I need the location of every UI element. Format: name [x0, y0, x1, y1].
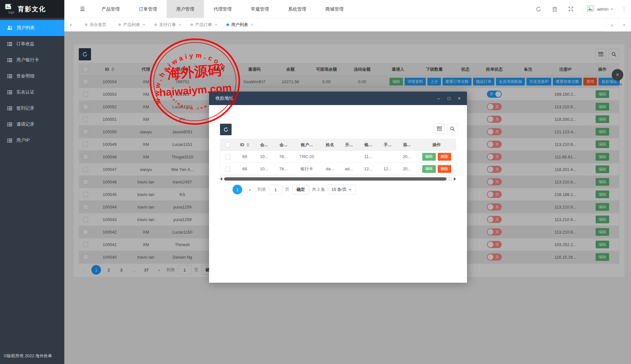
data-cell: ad...	[340, 163, 358, 175]
column-header: ID	[235, 139, 255, 150]
total-count-label: 共 2 条	[312, 187, 325, 192]
top-menu: 产品管理订单管理用户管理代理管理常规管理系统管理商城管理	[92, 0, 353, 18]
address-row: 6910...78...TRC-2011...20...编辑删除	[220, 151, 456, 163]
tab-dot-icon	[118, 23, 121, 26]
scroll-right-arrow-icon[interactable]	[454, 177, 456, 181]
tab-item[interactable]: 后台首页	[78, 18, 114, 31]
list-icon	[7, 122, 12, 127]
sort-asc-icon[interactable]	[246, 143, 250, 145]
tab-label: 产品列表	[123, 22, 140, 28]
data-cell: TRC-20	[293, 151, 320, 163]
sidebar-item-entry[interactable]: 签到记录	[0, 100, 64, 116]
list-icon	[7, 58, 12, 62]
column-header: 开...	[340, 139, 358, 150]
edit-button[interactable]: 编辑	[422, 153, 436, 161]
sidebar-item-entry[interactable]: 资金明细	[0, 68, 64, 84]
tab-scroll-right-icon[interactable]: ›	[605, 18, 618, 31]
row-checkbox-cell	[220, 163, 235, 175]
goto-label: 到第	[258, 187, 266, 192]
data-cell: 银行卡	[293, 163, 320, 175]
payment-address-modal: 收款地址 – □ × ID会...会...账户...姓名开...银...手...…	[209, 92, 467, 283]
column-header: 会...	[255, 139, 273, 150]
tab-close-icon[interactable]: ×	[143, 22, 145, 27]
sidebar-item-entry[interactable]: 实名认证	[0, 84, 64, 100]
confirm-page-button[interactable]: 确定	[292, 185, 309, 194]
delete-button[interactable]: 删除	[438, 165, 451, 173]
data-cell	[378, 151, 397, 163]
address-table-body: 6910...78...TRC-2011...20...编辑删除6810...7…	[220, 151, 456, 175]
tab-item[interactable]: 产品列表×	[114, 18, 150, 31]
per-page-value: 15 条/页	[331, 187, 347, 192]
top-menu-item[interactable]: 系统管理	[279, 0, 316, 18]
data-cell	[320, 151, 340, 163]
tab-active[interactable]: 用户列表×	[222, 18, 258, 31]
sidebar-item-entry[interactable]: 用户银行卡	[0, 52, 64, 68]
username-label: admin	[597, 7, 608, 12]
user-menu[interactable]: admin ▾	[583, 5, 613, 13]
scroll-left-arrow-icon[interactable]	[220, 177, 222, 181]
refresh-icon[interactable]	[535, 5, 542, 13]
top-menu-item[interactable]: 商城管理	[316, 0, 353, 18]
sidebar-item-entry[interactable]: 用户IP	[0, 132, 64, 148]
modal-search-icon[interactable]	[447, 123, 458, 134]
edit-button[interactable]: 编辑	[422, 165, 436, 173]
sidebar-item-users[interactable]: 用户列表	[0, 20, 64, 36]
sort-desc-icon[interactable]	[246, 145, 250, 147]
tab-menu-icon[interactable]: ›	[618, 18, 631, 31]
modal-header[interactable]: 收款地址 – □ ×	[209, 92, 467, 105]
tab-item[interactable]: 产品订单×	[186, 18, 222, 31]
trash-icon[interactable]	[551, 5, 558, 13]
tab-close-icon[interactable]: ×	[251, 22, 253, 27]
data-cell: 78...	[273, 163, 293, 175]
top-menu-item[interactable]: 常规管理	[241, 0, 279, 18]
navbar-right: admin ▾ ⋮	[535, 0, 626, 18]
tab-dot-icon	[154, 23, 157, 26]
modal-columns-icon[interactable]	[434, 123, 445, 134]
list-icon	[7, 106, 12, 111]
per-page-select[interactable]: 15 条/页▾	[328, 185, 356, 194]
list-icon	[7, 138, 12, 143]
page-number[interactable]: 1	[233, 185, 242, 194]
maximize-icon[interactable]: □	[446, 96, 452, 101]
top-menu-item[interactable]: 用户管理	[167, 0, 204, 18]
logo-area[interactable]: logo 育影文化	[0, 0, 64, 18]
modal-refresh-button[interactable]	[220, 124, 232, 135]
next-page-icon[interactable]: ›	[245, 185, 255, 194]
tab-scroll-left-icon[interactable]: ‹	[64, 18, 78, 31]
scrollbar-thumb[interactable]	[224, 177, 446, 181]
sidebar-item-label: 邀请记录	[16, 121, 34, 127]
column-header: 会...	[273, 139, 293, 150]
tab-close-icon[interactable]: ×	[179, 22, 181, 27]
close-icon[interactable]: ×	[457, 96, 462, 101]
tab-close-icon[interactable]: ×	[215, 22, 217, 27]
sidebar-collapse-icon[interactable]: ☰	[73, 0, 92, 18]
data-cell: 12...	[358, 163, 378, 175]
prev-page-icon[interactable]: ‹	[220, 185, 230, 194]
sidebar-item-entry[interactable]: 邀请记录	[0, 116, 64, 132]
sort-icon[interactable]	[246, 143, 250, 147]
sidebar-item-label: 资金明细	[16, 73, 34, 79]
top-menu-item[interactable]: 订单管理	[129, 0, 167, 18]
copyright-footer: ©版权所有 2022 海外抢单	[4, 353, 52, 359]
sidebar-menu: 用户列表订单收益用户银行卡资金明细实名认证签到记录邀请记录用户IP	[0, 18, 64, 148]
fullscreen-icon[interactable]	[567, 5, 574, 13]
row-checkbox[interactable]	[225, 166, 230, 172]
data-cell: 10...	[255, 151, 273, 163]
sidebar-item-entry[interactable]: 订单收益	[0, 36, 64, 52]
sidebar-item-label: 签到记录	[16, 105, 34, 111]
column-header: 账户...	[293, 139, 320, 150]
minimize-icon[interactable]: –	[436, 96, 441, 101]
goto-page-input[interactable]	[269, 185, 282, 194]
column-header: 添...	[397, 139, 417, 150]
tab-label: 用户列表	[231, 22, 248, 28]
scrollbar-track[interactable]	[224, 177, 453, 181]
delete-button[interactable]: 删除	[438, 153, 451, 161]
more-menu-icon[interactable]: ⋮	[622, 6, 626, 12]
top-menu-item[interactable]: 代理管理	[204, 0, 241, 18]
select-all-checkbox[interactable]	[225, 142, 230, 147]
tab-label: 产品订单	[195, 22, 212, 28]
top-menu-item[interactable]: 产品管理	[92, 0, 129, 18]
user-caret-icon: ▾	[611, 7, 613, 11]
tab-item[interactable]: 支付订单×	[150, 18, 186, 31]
row-checkbox[interactable]	[225, 154, 230, 159]
